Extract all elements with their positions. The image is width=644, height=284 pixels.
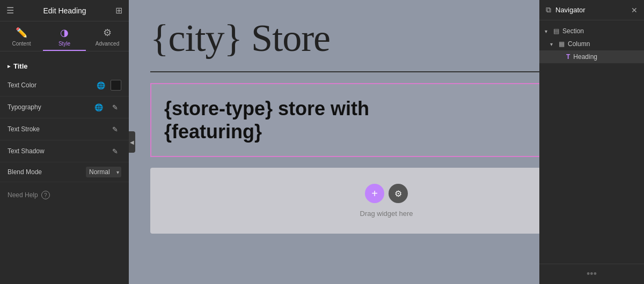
text-color-label: Text Color: [8, 81, 36, 89]
panel-header: ☰ Edit Heading ⊞: [0, 0, 129, 21]
section-nav-label: Section: [562, 27, 584, 35]
text-color-globe-icon[interactable]: 🌐: [94, 79, 107, 92]
navigator-header: ⧉ Navigator ✕: [539, 0, 644, 20]
text-shadow-edit-icon[interactable]: ✎: [108, 145, 121, 158]
section-arrow-icon: ▸: [8, 63, 10, 69]
navigator-close-icon[interactable]: ✕: [631, 6, 638, 14]
featured-text-line2: {featuring}: [164, 121, 262, 143]
advanced-tab-icon: ⚙: [103, 27, 112, 39]
section-title: ▸ Title: [0, 58, 129, 74]
left-panel: ☰ Edit Heading ⊞ ✏️ Content ◑ Style ⚙ Ad…: [0, 0, 129, 284]
blend-mode-select[interactable]: Normal Multiply Screen Overlay Darken Li…: [86, 167, 121, 177]
heading-nav-icon: T: [566, 53, 570, 61]
heading-nav-label: Heading: [573, 53, 597, 61]
need-help-label: Need Help: [8, 191, 38, 199]
text-shadow-controls: ✎: [108, 145, 121, 158]
navigator-footer-icon: •••: [587, 268, 597, 279]
nav-item-section[interactable]: ▾ ▤ Section: [539, 25, 644, 38]
blend-mode-label: Blend Mode: [8, 168, 42, 176]
blend-mode-select-wrapper: Normal Multiply Screen Overlay Darken Li…: [86, 167, 121, 177]
tab-content-label: Content: [12, 41, 31, 47]
section-label: Title: [13, 62, 28, 70]
panel-title: Edit Heading: [43, 6, 86, 15]
text-color-controls: 🌐: [94, 79, 121, 92]
column-nav-icon: ▦: [559, 40, 565, 48]
need-help[interactable]: Need Help ?: [0, 182, 129, 208]
nav-item-heading[interactable]: ▾ T Heading: [539, 50, 644, 63]
tab-bar: ✏️ Content ◑ Style ⚙ Advanced: [0, 21, 129, 51]
help-icon: ?: [41, 191, 50, 199]
tab-content[interactable]: ✏️ Content: [0, 21, 43, 51]
widget-settings-button[interactable]: ⚙: [389, 184, 408, 203]
text-stroke-edit-icon[interactable]: ✎: [108, 123, 121, 136]
drag-widget-label: Drag widget here: [360, 210, 413, 218]
navigator-footer[interactable]: •••: [539, 264, 644, 284]
navigator-header-left: ⧉ Navigator: [546, 5, 586, 14]
text-color-row: Text Color 🌐: [0, 74, 129, 96]
text-color-swatch[interactable]: [111, 80, 121, 91]
column-nav-label: Column: [568, 40, 590, 48]
column-nav-arrow: ▾: [550, 41, 555, 47]
navigator-panel: ⧉ Navigator ✕ ▾ ▤ Section ▾ ▦ Column ▾: [539, 0, 644, 284]
blend-mode-row: Blend Mode Normal Multiply Screen Overla…: [0, 162, 129, 182]
style-tab-icon: ◑: [60, 27, 69, 39]
collapse-handle[interactable]: ◀: [129, 131, 135, 153]
widget-add-button[interactable]: +: [365, 184, 384, 203]
blend-mode-controls: Normal Multiply Screen Overlay Darken Li…: [86, 167, 121, 177]
typography-edit-icon[interactable]: ✎: [108, 101, 121, 114]
content-tab-icon: ✏️: [16, 27, 27, 39]
nav-item-column[interactable]: ▾ ▦ Column: [539, 38, 644, 50]
widget-actions: + ⚙: [365, 184, 408, 203]
city-store-heading-text: {city} Store: [150, 17, 330, 59]
navigator-content: ▾ ▤ Section ▾ ▦ Column ▾ T Heading: [539, 20, 644, 264]
tab-advanced[interactable]: ⚙ Advanced: [86, 21, 129, 51]
text-shadow-row: Text Shadow ✎: [0, 140, 129, 162]
menu-icon[interactable]: ☰: [6, 5, 14, 16]
navigator-title: Navigator: [555, 6, 586, 14]
featured-text-line1: {store-type} store with: [164, 98, 369, 119]
typography-row: Typography 🌐 ✎: [0, 96, 129, 118]
main-canvas: {city} Store {store-type} store with {fe…: [129, 0, 644, 284]
typography-label: Typography: [8, 103, 41, 111]
tab-advanced-label: Advanced: [96, 41, 119, 47]
typography-globe-icon[interactable]: 🌐: [92, 101, 105, 114]
tab-style[interactable]: ◑ Style: [43, 21, 86, 51]
section-nav-icon: ▤: [553, 27, 559, 35]
navigator-copy-icon: ⧉: [546, 5, 551, 14]
text-stroke-label: Text Stroke: [8, 125, 40, 133]
text-stroke-row: Text Stroke ✎: [0, 118, 129, 140]
section-nav-arrow: ▾: [545, 28, 550, 34]
typography-controls: 🌐 ✎: [92, 101, 121, 114]
text-shadow-label: Text Shadow: [8, 147, 45, 155]
panel-content: ▸ Title Text Color 🌐 Typography 🌐 ✎ Text…: [0, 51, 129, 284]
grid-icon[interactable]: ⊞: [115, 5, 122, 16]
tab-style-label: Style: [58, 41, 70, 47]
text-stroke-controls: ✎: [108, 123, 121, 136]
